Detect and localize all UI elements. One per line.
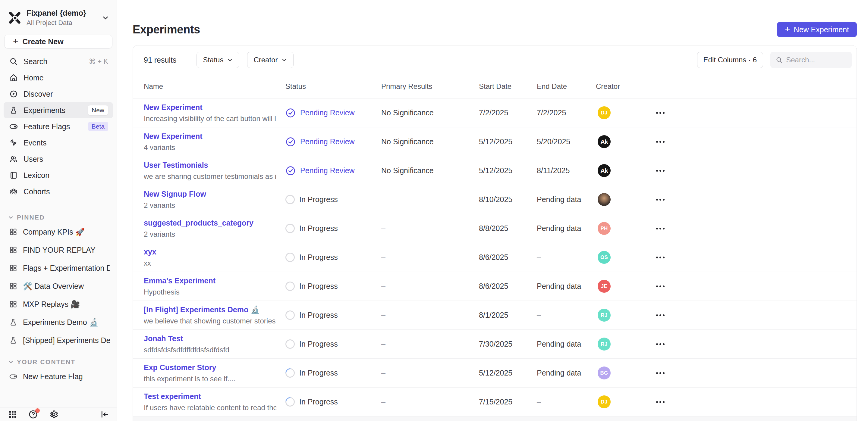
experiment-name-link[interactable]: xyx — [144, 248, 276, 256]
your-content-section-header[interactable]: YOUR CONTENT — [0, 357, 117, 367]
creator-avatar[interactable]: RJ — [598, 309, 611, 322]
status-in-progress-icon — [285, 224, 295, 233]
table-row[interactable]: User Testimonials we are sharing custome… — [133, 156, 857, 185]
experiment-subtitle: xx — [144, 259, 276, 267]
chevron-down-icon — [8, 359, 14, 365]
column-header-start-date[interactable]: Start Date — [479, 82, 537, 91]
primary-results-value: – — [381, 282, 479, 291]
new-experiment-button[interactable]: + New Experiment — [777, 22, 857, 37]
experiment-name-link[interactable]: Jonah Test — [144, 334, 276, 343]
experiment-name-link[interactable]: Emma's Experiment — [144, 277, 276, 285]
creator-avatar[interactable]: OS — [598, 251, 611, 264]
sidebar-item-feature-flags[interactable]: Feature Flags Beta — [4, 118, 113, 135]
experiment-name-link[interactable]: User Testimonials — [144, 161, 276, 169]
project-switcher[interactable]: Fixpanel {demo} All Project Data — [0, 0, 117, 27]
table-row[interactable]: Emma's Experiment Hypothesis In Progress… — [133, 272, 857, 301]
creator-avatar[interactable]: BG — [598, 366, 611, 380]
sidebar-item-search[interactable]: Search ⌘ + K — [4, 53, 113, 70]
table-row[interactable]: Jonah Test sdfdsfdsfsdfdffdfdsfsdfdsfd I… — [133, 330, 857, 359]
row-actions-menu-button[interactable] — [648, 156, 673, 185]
creator-avatar[interactable] — [598, 193, 611, 206]
flask-icon — [9, 106, 18, 115]
search-input[interactable] — [786, 56, 846, 64]
column-header-status[interactable]: Status — [285, 82, 381, 91]
status-label: In Progress — [299, 195, 338, 204]
row-actions-menu-button[interactable] — [648, 127, 673, 156]
creator-avatar[interactable]: Ak — [598, 164, 611, 177]
pinned-item[interactable]: FIND YOUR REPLAY — [4, 241, 113, 259]
table-row[interactable]: xyx xx In Progress – 8/6/2025 – OS — [133, 243, 857, 272]
primary-results-value: No Significance — [381, 166, 479, 175]
creator-avatar[interactable]: RJ — [598, 337, 611, 351]
sidebar-item-home[interactable]: Home — [4, 70, 113, 86]
board-icon — [9, 264, 18, 272]
pinned-item[interactable]: 🛠️ Data Overview — [4, 277, 113, 295]
pinned-item[interactable]: Experiments Demo 🔬 — [4, 313, 113, 331]
sidebar-item-experiments[interactable]: Experiments New — [4, 102, 113, 118]
experiment-name-link[interactable]: Exp Customer Story — [144, 363, 276, 372]
table-row[interactable]: Exp Customer Story this experiment is to… — [133, 359, 857, 388]
row-actions-menu-button[interactable] — [648, 330, 673, 358]
column-header-creator[interactable]: Creator — [596, 82, 648, 91]
table-row[interactable]: New Signup Flow 2 variants In Progress –… — [133, 185, 857, 214]
experiment-name-link[interactable]: New Experiment — [144, 103, 276, 112]
row-actions-menu-button[interactable] — [648, 214, 673, 243]
sidebar-item-discover[interactable]: Discover — [4, 86, 113, 102]
creator-avatar[interactable]: DJ — [598, 106, 611, 119]
experiment-name-link[interactable]: [In Flight] Experiments Demo 🔬 — [144, 305, 276, 314]
creator-avatar[interactable]: PH — [598, 222, 611, 235]
divider — [186, 53, 186, 67]
sidebar-item-users[interactable]: Users — [4, 151, 113, 167]
board-icon — [9, 300, 18, 309]
creator-avatar[interactable]: Ak — [598, 135, 611, 148]
pinned-section-header[interactable]: PINNED — [0, 212, 117, 223]
row-actions-menu-button[interactable] — [648, 359, 673, 387]
status-in-progress-icon — [285, 253, 295, 262]
row-actions-menu-button[interactable] — [648, 98, 673, 127]
experiment-name-link[interactable]: New Signup Flow — [144, 190, 276, 198]
pinned-item[interactable]: Company KPIs 🚀 — [4, 223, 113, 241]
settings-gear-icon[interactable] — [49, 410, 59, 419]
end-date-value: Pending data — [537, 224, 596, 233]
edit-columns-button[interactable]: Edit Columns · 6 — [697, 52, 763, 68]
column-header-primary-results[interactable]: Primary Results — [381, 82, 479, 91]
sidebar-item-events[interactable]: Events — [4, 135, 113, 151]
creator-avatar[interactable]: JE — [598, 280, 611, 293]
apps-grid-icon[interactable] — [8, 410, 18, 419]
experiment-name-link[interactable]: suggested_products_category — [144, 219, 276, 227]
create-new-button[interactable]: + Create New — [4, 35, 113, 48]
primary-results-value: – — [381, 224, 479, 233]
end-date-value: Pending data — [537, 340, 596, 349]
status-filter-button[interactable]: Status — [196, 52, 239, 68]
table-row[interactable]: Test experiment If users have relatable … — [133, 388, 857, 417]
creator-avatar[interactable]: DJ — [598, 395, 611, 408]
column-header-end-date[interactable]: End Date — [537, 82, 596, 91]
row-actions-menu-button[interactable] — [648, 185, 673, 214]
sidebar-item-cohorts[interactable]: Cohorts — [4, 184, 113, 200]
pinned-item[interactable]: [Shipped] Experiments Demo 🖊️ — [4, 331, 113, 349]
row-actions-menu-button[interactable] — [648, 243, 673, 272]
experiment-name-link[interactable]: New Experiment — [144, 132, 276, 141]
row-actions-menu-button[interactable] — [648, 272, 673, 300]
table-row[interactable]: New Experiment Increasing visibility of … — [133, 98, 857, 127]
page-header: Experiments + New Experiment — [117, 0, 868, 45]
help-icon[interactable] — [28, 410, 38, 419]
creator-filter-button[interactable]: Creator — [247, 52, 293, 68]
experiment-name-link[interactable]: Test experiment — [144, 392, 276, 401]
table-row[interactable]: [In Flight] Experiments Demo 🔬 we believ… — [133, 301, 857, 330]
pinned-item[interactable]: Flags + Experimentation Demo 🧪 — [4, 259, 113, 277]
primary-results-value: – — [381, 397, 479, 406]
sidebar-item-lexicon[interactable]: Lexicon — [4, 167, 113, 184]
table-row[interactable]: suggested_products_category 2 variants I… — [133, 214, 857, 243]
column-header-name[interactable]: Name — [144, 82, 285, 91]
end-date-value: 5/20/2025 — [537, 137, 596, 146]
collapse-sidebar-icon[interactable] — [100, 410, 110, 419]
row-actions-menu-button[interactable] — [648, 388, 673, 416]
your-content-item-new-feature-flag[interactable]: New Feature Flag — [4, 367, 113, 385]
row-actions-menu-button[interactable] — [648, 301, 673, 329]
status-label: Pending Review — [300, 108, 355, 117]
status-in-progress-icon — [285, 195, 295, 204]
table-row[interactable]: New Experiment 4 variants Pending Review… — [133, 127, 857, 156]
shortcut-hint: ⌘ + K — [89, 58, 108, 66]
pinned-item[interactable]: MXP Replays 🎥 — [4, 295, 113, 313]
